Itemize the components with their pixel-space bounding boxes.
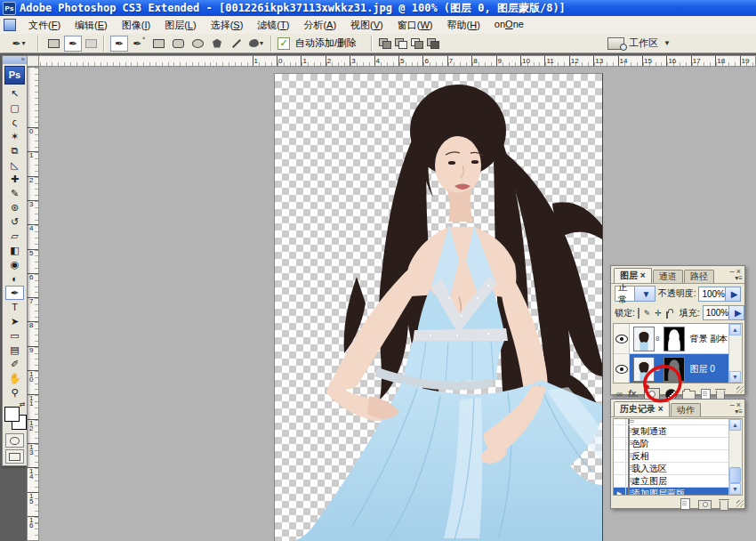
- menu-window[interactable]: 窗口(W): [390, 17, 440, 34]
- new-snapshot-button[interactable]: [698, 500, 712, 510]
- pen-tool[interactable]: ✒: [5, 286, 24, 300]
- tool-preset-picker[interactable]: ✒▾: [5, 36, 32, 52]
- menu-analysis[interactable]: 分析(A): [296, 17, 343, 34]
- rectangular-marquee-tool[interactable]: ▢: [5, 101, 24, 115]
- path-selection-tool[interactable]: ➤: [5, 314, 24, 328]
- scroll-down-icon[interactable]: ▼: [729, 483, 741, 495]
- layer-mask-thumbnail[interactable]: [664, 327, 685, 351]
- new-document-from-state-button[interactable]: [680, 498, 690, 510]
- history-source-cell[interactable]: ▶: [614, 488, 626, 496]
- fill-field[interactable]: 100%▶: [703, 305, 745, 320]
- custom-shape-tool-button[interactable]: ▾: [247, 36, 265, 52]
- move-tool[interactable]: ↖: [5, 86, 24, 101]
- history-state-row[interactable]: 载入选区: [614, 463, 742, 475]
- blend-mode-select[interactable]: 正常▼: [615, 286, 655, 302]
- history-state-row[interactable]: 色阶: [614, 438, 742, 450]
- blur-tool[interactable]: ◉: [5, 257, 24, 271]
- pen-tool-button[interactable]: ✒: [110, 36, 128, 52]
- shape-layers-mode-button[interactable]: [44, 36, 62, 52]
- history-state-row[interactable]: 反相: [614, 450, 742, 463]
- scroll-down-icon[interactable]: ▼: [729, 371, 741, 383]
- fill-pixels-mode-button[interactable]: [84, 36, 98, 52]
- ruler-origin-corner[interactable]: [27, 55, 39, 67]
- image-document[interactable]: [274, 73, 603, 541]
- scrollbar-thumb[interactable]: [729, 467, 741, 483]
- layers-tab[interactable]: 通道: [653, 270, 683, 283]
- intersect-path-areas-button[interactable]: [411, 38, 423, 49]
- freeform-pen-tool-button[interactable]: ✒˟: [130, 36, 148, 52]
- tool-palette-collapse-header[interactable]: »: [3, 56, 27, 64]
- layers-scrollbar[interactable]: ▲▼: [728, 324, 742, 383]
- ellipse-tool-button[interactable]: [189, 36, 206, 52]
- panel-menu-icon[interactable]: ▾≡: [735, 408, 743, 416]
- paths-mode-button[interactable]: ✒: [64, 36, 82, 52]
- opacity-field[interactable]: 100%▶: [698, 287, 741, 302]
- history-source-cell[interactable]: [614, 419, 626, 424]
- line-tool-button[interactable]: [228, 36, 245, 52]
- menu-help[interactable]: 帮助(H): [440, 17, 487, 34]
- notes-tool[interactable]: ▤: [5, 343, 24, 357]
- workspace-button[interactable]: 工作区 ▼: [607, 36, 671, 50]
- panel-menu-icon[interactable]: ▾≡: [735, 274, 743, 282]
- history-brush-tool[interactable]: ↺: [5, 214, 24, 229]
- add-to-path-area-button[interactable]: [379, 38, 391, 49]
- menu-image[interactable]: 图像(I): [115, 17, 157, 34]
- rectangle-tool-button[interactable]: [149, 36, 167, 52]
- menu-layer[interactable]: 图层(L): [157, 17, 203, 34]
- history-source-cell[interactable]: [614, 425, 626, 437]
- screen-mode-button[interactable]: [5, 449, 24, 464]
- history-tab[interactable]: 历史记录 ×: [614, 401, 670, 416]
- layer-mask-thumbnail[interactable]: [664, 357, 685, 382]
- history-source-cell[interactable]: [614, 463, 626, 474]
- lock-position-button[interactable]: ✛: [655, 309, 662, 318]
- layers-tab[interactable]: 图层 ×: [614, 268, 652, 283]
- polygon-tool-button[interactable]: [208, 36, 226, 52]
- layer-row[interactable]: 8图层 0: [614, 354, 742, 384]
- scroll-up-icon[interactable]: ▲: [729, 324, 741, 335]
- subtract-from-path-area-button[interactable]: [395, 38, 407, 49]
- eraser-tool[interactable]: ▱: [5, 229, 24, 243]
- history-source-cell[interactable]: [614, 450, 626, 462]
- history-state-row[interactable]: 建立图层: [614, 475, 742, 488]
- lock-all-button[interactable]: [666, 311, 668, 319]
- layer-visibility-toggle[interactable]: [614, 354, 630, 384]
- shape-tool[interactable]: ▭: [5, 328, 24, 343]
- magic-wand-tool[interactable]: ✶: [5, 129, 24, 143]
- panel-resize-grip[interactable]: [736, 500, 744, 507]
- history-scrollbar[interactable]: ▲▼: [728, 419, 742, 495]
- hand-tool[interactable]: ✋: [5, 371, 24, 385]
- layer-thumbnail[interactable]: [633, 357, 655, 382]
- foreground-color-swatch[interactable]: [4, 407, 20, 422]
- layer-row[interactable]: 8背景 副本: [614, 324, 742, 354]
- exclude-overlapping-path-areas-button[interactable]: [427, 38, 439, 49]
- layer-thumbnail[interactable]: [633, 327, 655, 351]
- quick-mask-mode-button[interactable]: [5, 433, 24, 448]
- history-source-cell[interactable]: [614, 475, 626, 487]
- zoom-tool[interactable]: ⚲: [5, 385, 24, 400]
- swap-colors-icon[interactable]: ⇄: [20, 400, 26, 408]
- photoshop-logo[interactable]: Ps: [4, 66, 25, 85]
- slice-tool[interactable]: ◺: [5, 157, 24, 172]
- menu-select[interactable]: 选择(S): [204, 17, 251, 34]
- layer-visibility-toggle[interactable]: [614, 324, 630, 353]
- eyedropper-tool[interactable]: ✐: [5, 357, 24, 371]
- dodge-tool[interactable]: ◐: [5, 271, 24, 286]
- auto-add-delete-checkbox[interactable]: ✓: [277, 37, 290, 50]
- clone-stamp-tool[interactable]: ⊛: [5, 200, 24, 214]
- rounded-rectangle-tool-button[interactable]: [169, 36, 187, 52]
- gradient-tool[interactable]: ◧: [5, 243, 24, 257]
- lock-transparency-button[interactable]: [638, 308, 639, 319]
- delete-state-button[interactable]: [720, 501, 728, 511]
- history-state-row[interactable]: 复制通道: [614, 425, 742, 438]
- history-tab[interactable]: 动作: [671, 403, 701, 416]
- brush-tool[interactable]: ✎: [5, 186, 24, 200]
- history-state-row[interactable]: ▶添加图层蒙版: [614, 488, 742, 496]
- menu-file[interactable]: 文件(F): [21, 17, 68, 34]
- crop-tool[interactable]: ⧉: [5, 143, 24, 157]
- menu-filter[interactable]: 滤镜(T): [250, 17, 296, 34]
- lasso-tool[interactable]: ς: [5, 115, 24, 129]
- menu-onone[interactable]: onOne: [487, 17, 531, 34]
- layers-tab[interactable]: 路径: [684, 270, 714, 283]
- scroll-up-icon[interactable]: ▲: [729, 419, 741, 431]
- lock-image-button[interactable]: ✎: [644, 309, 651, 318]
